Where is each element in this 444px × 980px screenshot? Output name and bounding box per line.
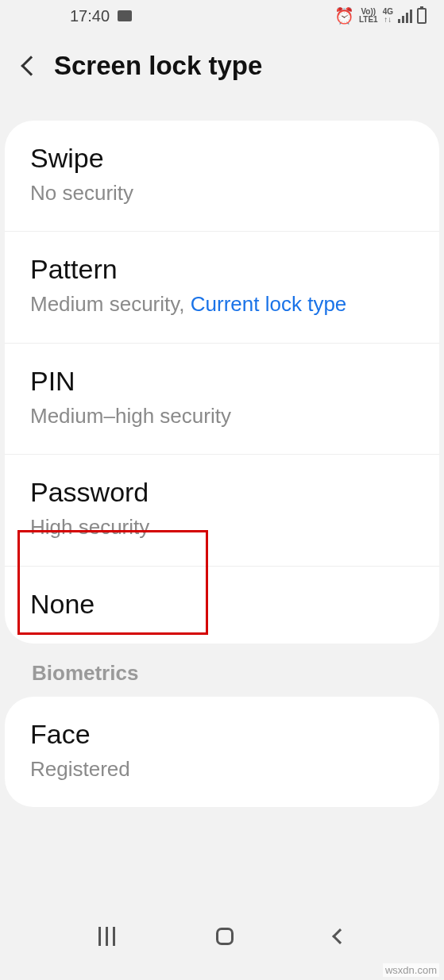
status-right: ⏰ Vo)) LTE1 4G ↑↓ [334,6,427,25]
nav-home-button[interactable] [216,928,234,945]
nav-recent-button[interactable] [98,927,115,946]
image-icon [118,10,132,21]
section-label-biometrics: Biometrics [0,661,444,697]
nav-back-button[interactable] [332,928,348,944]
item-desc: Medium security, Current lock type [30,290,414,318]
lock-type-swipe[interactable]: Swipe No security [5,121,439,232]
signal-icon [398,9,412,23]
item-desc: No security [30,179,414,207]
current-lock-link: Current lock type [191,292,347,316]
item-desc: Registered [30,755,414,783]
alarm-icon: ⏰ [334,6,354,25]
lock-type-pattern[interactable]: Pattern Medium security, Current lock ty… [5,232,439,343]
item-title: None [30,589,414,620]
item-title: Swipe [30,143,414,174]
back-button[interactable] [17,59,38,73]
lock-type-password[interactable]: Password High security [5,455,439,566]
lte-indicator: LTE1 [359,16,378,24]
item-title: Pattern [30,254,414,285]
watermark: wsxdn.com [383,963,439,977]
chevron-left-icon [21,56,41,75]
battery-icon [417,8,427,24]
lock-type-none[interactable]: None [5,567,439,644]
lock-type-card: Swipe No security Pattern Medium securit… [5,121,439,644]
lock-type-pin[interactable]: PIN Medium–high security [5,344,439,455]
header: Screen lock type [0,32,444,121]
item-title: PIN [30,366,414,397]
item-desc: High security [30,513,414,541]
biometrics-card: Face Registered [5,697,439,807]
updown-icon: ↑↓ [384,16,392,24]
status-bar: 17:40 ⏰ Vo)) LTE1 4G ↑↓ [0,0,444,32]
item-desc: Medium–high security [30,402,414,430]
biometric-face[interactable]: Face Registered [5,697,439,807]
item-title: Face [30,719,414,750]
page-title: Screen lock type [54,51,262,81]
status-time: 17:40 [70,7,110,25]
item-title: Password [30,477,414,508]
navigation-bar [0,917,444,956]
